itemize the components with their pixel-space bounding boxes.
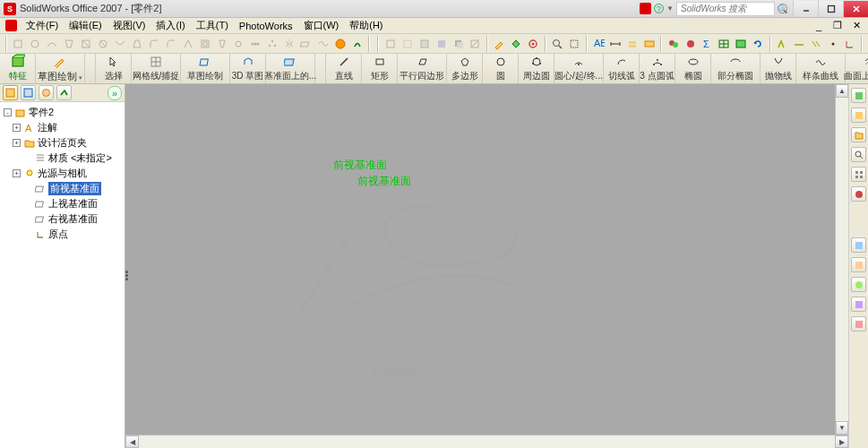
appearance-icon[interactable] [666, 36, 681, 52]
horizontal-scrollbar[interactable]: ◀ ▶ [125, 435, 848, 448]
taskpane-item-icon[interactable] [851, 257, 866, 272]
collapse-panel-button[interactable]: » [107, 86, 122, 100]
table-icon[interactable] [717, 36, 732, 52]
annot-abc-icon[interactable]: ABC [591, 36, 606, 52]
doc-close-button[interactable]: ✕ [847, 20, 865, 32]
expander-icon[interactable]: + [13, 139, 21, 147]
view-shaded-edges-icon[interactable] [417, 36, 432, 52]
menu-help[interactable]: 帮助(H) [344, 17, 388, 34]
tool-cut-loft-icon[interactable] [129, 36, 144, 52]
tab-dimxpert[interactable] [56, 85, 72, 100]
edit-sketch-icon[interactable] [492, 36, 507, 52]
scroll-down-button[interactable]: ▼ [836, 421, 848, 435]
options-icon[interactable] [526, 36, 541, 52]
tool-pattern-circular-icon[interactable] [265, 36, 280, 52]
menu-file[interactable]: 文件(F) [21, 17, 64, 34]
tool-curve-icon[interactable] [316, 36, 331, 52]
tab-config-manager[interactable] [39, 85, 54, 100]
taskpane-item-icon[interactable] [851, 237, 866, 253]
ribbon-centerarc[interactable]: 圆心/起/终... [554, 54, 604, 83]
dim-vert-icon[interactable] [809, 36, 824, 52]
maximize-button[interactable] [818, 1, 843, 17]
ribbon-select[interactable]: 选择 [96, 54, 132, 83]
ribbon-spline[interactable]: 样条曲线 [796, 54, 846, 83]
taskpane-item-icon[interactable] [851, 277, 866, 292]
tool-loft-icon[interactable] [62, 36, 77, 52]
tab-property-manager[interactable] [21, 85, 36, 100]
tool-shell-icon[interactable] [197, 36, 212, 52]
tree-design-binder[interactable]: + 设计活页夹 [2, 135, 123, 151]
dim-origin-icon[interactable] [842, 36, 857, 52]
eqn-icon[interactable] [734, 36, 749, 52]
menu-photoworks[interactable]: PhotoWorks [234, 19, 298, 33]
tool-hole-icon[interactable] [231, 36, 246, 52]
taskpane-view-palette-icon[interactable] [851, 167, 866, 182]
tool-draft-icon[interactable] [214, 36, 229, 52]
tool-sweep-icon[interactable] [45, 36, 60, 52]
taskpane-item-icon[interactable] [851, 316, 866, 332]
scroll-right-button[interactable]: ▶ [835, 435, 848, 448]
view-hidden-icon[interactable] [400, 36, 415, 52]
refresh-icon[interactable] [751, 36, 766, 52]
ribbon-line[interactable]: 直线 [326, 54, 362, 83]
minimize-button[interactable] [793, 1, 818, 17]
menu-edit[interactable]: 编辑(E) [64, 17, 107, 34]
ribbon-ellipse[interactable]: 椭圆 [675, 54, 711, 83]
taskpane-resources-icon[interactable] [851, 88, 866, 103]
dim-horiz-icon[interactable] [792, 36, 807, 52]
tool-extrude-icon[interactable] [11, 36, 26, 52]
tool-misc1-icon[interactable] [333, 36, 348, 52]
annot-layer-icon[interactable] [624, 36, 640, 52]
ribbon-sketch2[interactable]: 草图绘制 [181, 54, 230, 83]
rebuild-icon[interactable] [509, 36, 524, 52]
taskpane-item-icon[interactable] [851, 297, 866, 312]
doc-minimize-button[interactable]: _ [810, 20, 828, 32]
taskpane-file-explorer-icon[interactable] [851, 127, 866, 142]
taskpane-search-icon[interactable] [851, 147, 866, 162]
search-go-icon[interactable]: 🔍 [778, 4, 787, 13]
tree-root[interactable]: - 零件2 [2, 105, 123, 120]
sigma-icon[interactable]: Σ [700, 36, 715, 52]
scroll-up-button[interactable]: ▲ [836, 84, 848, 98]
ribbon-grip[interactable] [85, 54, 96, 83]
zoom-area-icon[interactable] [567, 36, 582, 52]
scroll-left-button[interactable]: ◀ [125, 435, 139, 448]
search-input[interactable] [676, 2, 775, 16]
expander-icon[interactable]: + [13, 169, 21, 177]
menu-insert[interactable]: 插入(I) [150, 17, 190, 34]
menu-tools[interactable]: 工具(T) [191, 17, 234, 34]
ribbon-planesketch[interactable]: 基准面上的... [266, 54, 315, 83]
tree-front-plane[interactable]: 前视基准面 [2, 181, 123, 196]
ribbon-surface-spline[interactable]: 曲面上的样... [846, 54, 868, 83]
tab-feature-manager[interactable] [3, 85, 18, 100]
vertical-scrollbar[interactable]: ▲ ▼ [835, 84, 848, 435]
ribbon-3ptarc[interactable]: 3 点圆弧 [640, 54, 675, 83]
menu-view[interactable]: 视图(V) [107, 17, 151, 34]
tool-cut-sweep-icon[interactable] [113, 36, 128, 52]
close-button[interactable] [843, 1, 868, 17]
ribbon-polygon[interactable]: 多边形 [447, 54, 483, 83]
graphics-viewport[interactable]: 前视基准面 前视基准面 SolidWorks ▲ ▼ ◀ ▶ [125, 84, 848, 448]
annot-display-icon[interactable] [641, 36, 657, 52]
tool-mirror-icon[interactable] [282, 36, 297, 52]
tree-origin[interactable]: 原点 [2, 227, 123, 242]
expander-icon[interactable]: - [4, 108, 12, 116]
ribbon-tangentarc[interactable]: 切线弧 [604, 54, 640, 83]
ribbon-partial-ellipse[interactable]: 部分椭圆 [711, 54, 761, 83]
zoom-fit-icon[interactable] [550, 36, 565, 52]
dim-point-icon[interactable] [825, 36, 840, 52]
tool-chamfer-icon[interactable] [163, 36, 178, 52]
ribbon-grid[interactable]: 网格线/捕捉 [132, 54, 181, 83]
taskpane-design-library-icon[interactable] [851, 108, 866, 123]
help-dropdown-icon[interactable]: ▼ [666, 4, 674, 13]
ribbon-rect[interactable]: 矩形 [362, 54, 398, 83]
ribbon-grip[interactable] [315, 54, 326, 83]
tree-top-plane[interactable]: 上视基准面 [2, 196, 123, 211]
tool-cut-revolve-icon[interactable] [96, 36, 111, 52]
view-shadow-icon[interactable] [451, 36, 466, 52]
tree-right-plane[interactable]: 右视基准面 [2, 211, 123, 227]
view-section-icon[interactable] [468, 36, 483, 52]
ribbon-parallelogram[interactable]: 平行四边形 [398, 54, 447, 83]
tree-annotations[interactable]: + A 注解 [2, 120, 123, 135]
taskpane-appearances-icon[interactable] [851, 186, 866, 202]
